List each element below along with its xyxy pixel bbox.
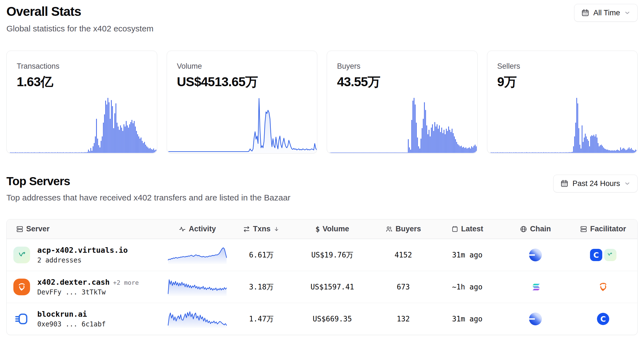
top-servers-header: Top Servers Top addresses that have rece… <box>6 175 638 202</box>
col-header-server[interactable]: Server <box>7 225 163 233</box>
col-header-volume[interactable]: $ Volume <box>291 225 374 233</box>
stat-cards-row: Transactions 1.63亿 Volume US$4513.65万 Bu… <box>6 51 638 153</box>
buyers-value: 132 <box>374 315 432 323</box>
volume-value: US$19.76万 <box>291 250 374 260</box>
stat-value: 9万 <box>497 73 638 91</box>
table-row[interactable]: blockrun.ai 0xe903 ... 6c1abf 1.47万 US$6… <box>7 303 637 335</box>
svg-text:C: C <box>600 315 606 323</box>
page-title: Overall Stats <box>6 4 154 19</box>
stat-label: Transactions <box>17 62 157 71</box>
stat-card-buyers: Buyers 43.55万 <box>327 51 478 153</box>
server-addresses: 2 addresses <box>37 256 131 264</box>
calendar-icon <box>581 9 589 17</box>
page-subtitle: Global statistics for the x402 ecosystem <box>6 24 154 33</box>
svg-text:C: C <box>593 251 599 259</box>
latest-value: ~1h ago <box>432 283 502 291</box>
sellers-chart <box>488 97 637 153</box>
top-servers-subtitle: Top addresses that have received x402 tr… <box>6 193 291 202</box>
chevron-down-icon <box>624 9 631 16</box>
server-addresses: DevFFy ... 3tTkTw <box>37 288 139 296</box>
solana-chain-icon <box>529 281 542 293</box>
users-icon <box>385 225 393 233</box>
buyers-value: 4152 <box>374 251 432 259</box>
overall-range-selector[interactable]: All Time <box>574 4 638 22</box>
col-header-buyers[interactable]: Buyers <box>374 225 432 233</box>
dollar-icon: $ <box>315 225 320 233</box>
base-chain-icon <box>529 313 542 325</box>
server-name: x402.dexter.cash <box>37 278 110 286</box>
stat-label: Buyers <box>337 62 477 71</box>
server-addresses: 0xe903 ... 6c1abf <box>37 320 106 328</box>
top-servers-title: Top Servers <box>6 175 291 188</box>
latest-value: 31m ago <box>432 315 502 323</box>
activity-sparkline <box>168 246 227 264</box>
server-icon <box>580 225 587 233</box>
col-header-activity[interactable]: Activity <box>163 225 232 233</box>
server-icon <box>16 225 23 233</box>
transactions-chart <box>7 97 157 153</box>
latest-value: 31m ago <box>432 251 502 259</box>
txns-value: 3.18万 <box>232 282 291 292</box>
volume-value: US$1597.41 <box>291 283 374 291</box>
stat-value: 43.55万 <box>337 73 477 91</box>
activity-sparkline <box>168 310 227 328</box>
top-servers-table: Server Activity Txns $ Volume <box>6 219 638 335</box>
top-servers-range-label: Past 24 Hours <box>572 179 620 188</box>
txns-value: 6.61万 <box>232 250 291 260</box>
stat-label: Sellers <box>497 62 638 71</box>
coinbase-facilitator-icon: C <box>590 249 603 261</box>
calendar-blank-icon <box>451 225 458 232</box>
stat-value: 1.63亿 <box>17 73 157 91</box>
activity-sparkline <box>168 278 227 296</box>
coinbase-facilitator-icon: C <box>597 313 609 325</box>
col-header-facilitator[interactable]: Facilitator <box>569 225 637 233</box>
virtuals-logo <box>13 247 30 263</box>
swap-arrows-icon <box>243 225 250 233</box>
activity-icon <box>179 225 186 233</box>
server-more: +2 more <box>113 279 139 286</box>
volume-value: US$669.35 <box>291 315 374 323</box>
txns-value: 1.47万 <box>232 314 291 324</box>
dashboard-page: Overall Stats Global statistics for the … <box>0 0 644 342</box>
blockrun-logo <box>13 311 30 327</box>
server-name: blockrun.ai <box>37 310 87 318</box>
base-chain-icon <box>529 249 542 261</box>
col-header-txns[interactable]: Txns <box>232 225 291 233</box>
table-row[interactable]: acp-x402.virtuals.io 2 addresses 6.61万 U… <box>7 239 637 271</box>
globe-icon <box>520 225 527 233</box>
server-name: acp-x402.virtuals.io <box>37 246 128 254</box>
dexter-logo <box>13 279 30 295</box>
sort-desc-icon <box>273 226 280 232</box>
stat-label: Volume <box>177 62 317 71</box>
buyers-chart <box>327 97 477 153</box>
stat-card-volume: Volume US$4513.65万 <box>167 51 318 153</box>
table-header-row: Server Activity Txns $ Volume <box>7 219 637 239</box>
table-row[interactable]: x402.dexter.cash+2 more DevFFy ... 3tTkT… <box>7 271 637 303</box>
stat-card-sellers: Sellers 9万 <box>487 51 638 153</box>
stat-card-transactions: Transactions 1.63亿 <box>6 51 157 153</box>
buyers-value: 673 <box>374 283 432 291</box>
chevron-down-icon <box>624 180 631 187</box>
virtuals-facilitator-icon <box>604 249 617 261</box>
calendar-icon <box>560 179 569 188</box>
volume-chart <box>167 97 317 153</box>
overall-stats-header: Overall Stats Global statistics for the … <box>6 4 638 33</box>
col-header-chain[interactable]: Chain <box>502 225 569 233</box>
dexter-facilitator-icon <box>597 281 609 293</box>
top-servers-range-selector[interactable]: Past 24 Hours <box>553 175 638 192</box>
col-header-latest[interactable]: Latest <box>432 225 502 233</box>
stat-value: US$4513.65万 <box>177 73 317 91</box>
overall-range-label: All Time <box>593 9 620 17</box>
